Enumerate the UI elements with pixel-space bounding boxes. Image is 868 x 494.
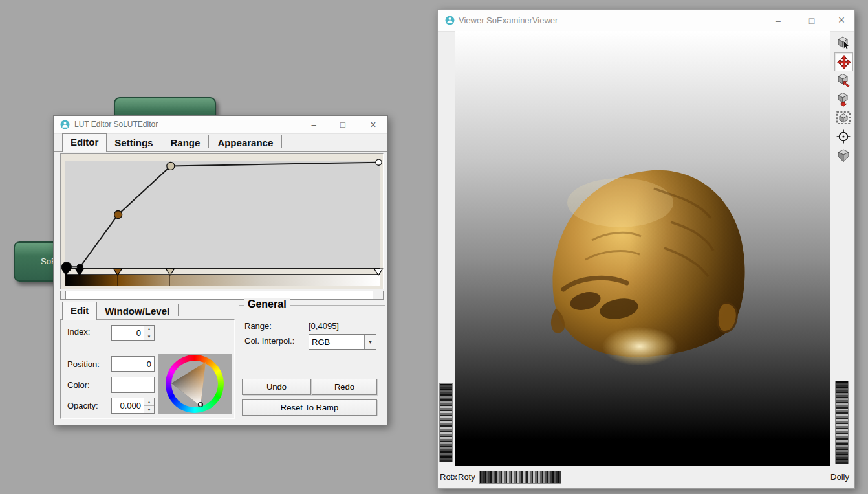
lut-gradient-marker[interactable] (373, 268, 384, 276)
tab-settings[interactable]: Settings (107, 135, 160, 152)
color-label: Color: (67, 380, 90, 390)
lut-marker-layer (65, 268, 379, 287)
roty-label: Roty (458, 472, 475, 482)
interpol-value: RGB (309, 337, 364, 347)
rotx-thumbwheel[interactable] (439, 383, 453, 462)
scrollbar-right-cap[interactable] (373, 291, 378, 299)
window-title: Viewer SoExaminerViewer (459, 16, 558, 25)
index-spinbox[interactable]: 0 ▲ ▼ (111, 325, 155, 341)
lut-edit-panel: Index: 0 ▲ ▼ Position: 0 Color: Opacity:… (60, 319, 235, 419)
index-label: Index: (67, 327, 90, 337)
rendered-head (544, 163, 752, 365)
lut-curve-panel (60, 153, 384, 289)
interpol-label: Col. Interpol.: (244, 336, 294, 346)
tab-edit[interactable]: Edit (62, 302, 97, 320)
tab-separator (178, 304, 179, 316)
lut-gradient-marker[interactable] (165, 268, 175, 276)
interpol-combobox[interactable]: RGB ▼ (309, 334, 376, 350)
rotx-label: Rotx (440, 472, 457, 482)
lut-tabbar: Editor Settings Range Appearance (62, 134, 283, 152)
viewer-viewport[interactable] (455, 31, 830, 466)
sv-triangle[interactable] (166, 355, 224, 413)
undo-button[interactable]: Undo (242, 379, 311, 395)
lut-curve-svg[interactable] (65, 161, 380, 268)
close-button[interactable]: × (360, 116, 386, 133)
spin-down-icon[interactable]: ▼ (144, 406, 154, 413)
tab-appearance[interactable]: Appearance (210, 135, 281, 152)
close-button[interactable]: × (829, 10, 854, 31)
spin-buttons[interactable]: ▲ ▼ (144, 398, 154, 413)
lut-curve-plot[interactable] (65, 161, 380, 269)
position-label: Position: (67, 359, 100, 369)
general-groupbox: General Range: [0,4095] Col. Interpol.: … (239, 305, 385, 416)
index-value: 0 (112, 328, 144, 338)
view-all-button[interactable] (834, 109, 852, 126)
dolly-label: Dolly (830, 472, 849, 482)
color-swatch-button[interactable] (111, 377, 155, 393)
camera-type-button[interactable] (834, 146, 852, 164)
minimize-button[interactable]: – (765, 10, 792, 31)
position-value: 0 (112, 359, 154, 369)
set-home-button[interactable] (834, 90, 852, 107)
lut-editor-window: LUT Editor SoLUTEditor – □ × Editor Sett… (53, 115, 388, 425)
spin-down-icon[interactable]: ▼ (144, 333, 154, 341)
color-wheel[interactable] (158, 354, 232, 414)
chevron-down-icon: ▼ (365, 335, 376, 349)
roty-thumbwheel[interactable] (479, 471, 561, 484)
spin-up-icon[interactable]: ▲ (144, 398, 154, 406)
lut-range-scrollbar[interactable] (60, 291, 384, 300)
opacity-value: 0.000 (112, 401, 144, 410)
spin-buttons[interactable]: ▲ ▼ (144, 326, 154, 340)
pick-mode-button[interactable] (834, 34, 852, 51)
tab-separator (208, 135, 209, 148)
lut-subtabbar: Edit Window/Level (62, 303, 179, 320)
scrollbar-left-cap[interactable] (61, 291, 66, 299)
window-title: LUT Editor SoLUTEditor (74, 120, 158, 129)
seek-mode-button[interactable] (834, 71, 852, 89)
opacity-spinbox[interactable]: 0.000 ▲ ▼ (111, 398, 155, 414)
combo-arrow-button[interactable]: ▼ (364, 335, 376, 349)
scrollbar-right-cap2[interactable] (378, 291, 383, 299)
view-mode-button[interactable] (834, 52, 853, 71)
tab-separator (162, 135, 162, 148)
lut-gradient-marker[interactable] (113, 268, 123, 276)
redo-button[interactable]: Redo (312, 379, 377, 395)
minimize-button[interactable]: – (302, 116, 325, 133)
range-value: [0,4095] (309, 321, 339, 331)
lut-gradient-marker[interactable] (61, 268, 71, 276)
tab-editor[interactable]: Editor (62, 133, 107, 152)
opacity-label: Opacity: (67, 401, 98, 410)
tab-separator (281, 135, 282, 148)
position-field[interactable]: 0 (111, 356, 155, 372)
viewer-titlebar[interactable]: Viewer SoExaminerViewer (438, 10, 854, 32)
spin-up-icon[interactable]: ▲ (144, 326, 154, 333)
maximize-button[interactable]: □ (798, 10, 825, 31)
focal-point-button[interactable] (834, 128, 852, 145)
general-legend: General (244, 298, 290, 310)
viewer-bottom-bar: Rotx Roty Dolly (438, 466, 853, 487)
app-logo-icon (60, 120, 70, 129)
lut-curve-point[interactable] (376, 159, 382, 165)
reset-to-ramp-button[interactable]: Reset To Ramp (242, 399, 377, 416)
lut-curve-point[interactable] (114, 211, 122, 219)
maximize-button[interactable]: □ (331, 116, 354, 133)
tab-range[interactable]: Range (163, 135, 208, 152)
app-logo-icon (445, 16, 455, 25)
lut-gradient-marker[interactable] (74, 268, 85, 276)
dolly-thumbwheel[interactable] (835, 381, 849, 464)
viewer-window: Viewer SoExaminerViewer – □ × (437, 9, 855, 489)
range-label: Range: (244, 321, 272, 331)
tab-window-level[interactable]: Window/Level (97, 303, 177, 320)
lut-curve-point[interactable] (167, 162, 175, 170)
